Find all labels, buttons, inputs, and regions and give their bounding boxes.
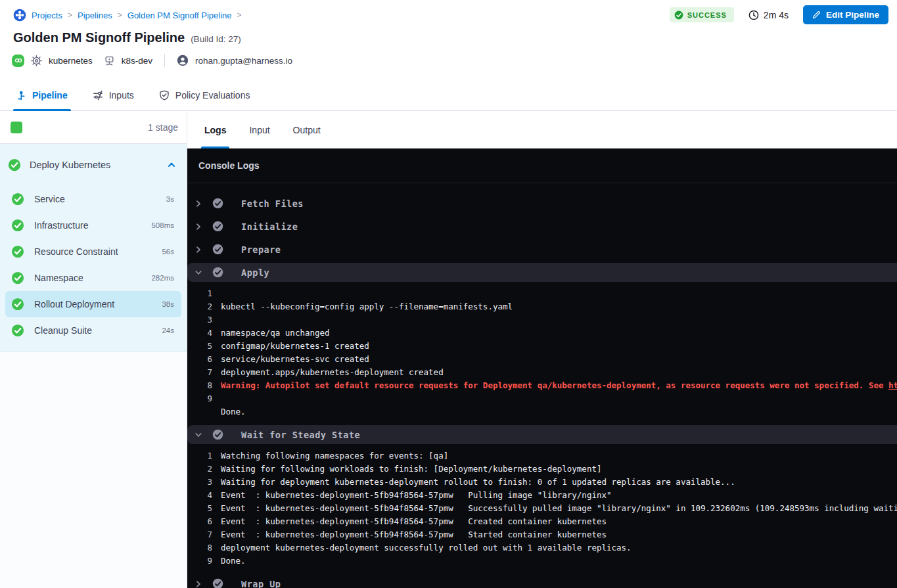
page-title: Golden PM Signoff Pipeline — [13, 30, 185, 45]
stage-step-rollout-deployment[interactable]: Rollout Deployment38s — [5, 291, 181, 317]
section-success-icon — [212, 267, 223, 278]
page-header: Projects > Pipelines > Golden PM Signoff… — [0, 0, 897, 111]
breadcrumb-projects[interactable]: Projects — [32, 11, 62, 20]
log-line: 3 — [187, 313, 897, 327]
log-line-text: Event : kubernetes-deployment-5fb94f8564… — [221, 528, 607, 541]
log-line: 8Warning: Autopilot set default resource… — [187, 379, 897, 392]
section-success-icon — [212, 429, 223, 440]
step-success-icon — [11, 219, 24, 232]
chevron-right-icon — [195, 580, 202, 588]
chevron-right-icon — [195, 200, 202, 208]
breadcrumb-pipeline-name[interactable]: Golden PM Signoff Pipeline — [127, 11, 232, 20]
tab-policy-evaluations[interactable]: Policy Evaluations — [159, 90, 250, 110]
main-tabbar: Pipeline Inputs Policy Evaluations — [0, 90, 250, 110]
stage-header-deploy-kubernetes[interactable]: Deploy Kubernetes — [0, 144, 187, 186]
chevron-right-icon — [195, 223, 202, 231]
log-section-fetch-files[interactable]: Fetch Files — [187, 192, 897, 215]
stage-step-resource-constraint[interactable]: Resource Constraint56s — [5, 238, 181, 265]
stage-step-cleanup-suite[interactable]: Cleanup Suite24s — [5, 317, 181, 344]
breadcrumb-separator: > — [68, 11, 72, 20]
tab-label: Output — [293, 125, 321, 135]
chevron-down-icon — [195, 269, 202, 277]
log-line: 9 — [187, 392, 897, 405]
log-line-text: Done. — [221, 405, 246, 418]
stage-step-infrastructure[interactable]: Infrastructure508ms — [5, 212, 181, 238]
log-line-number: 9 — [187, 392, 212, 405]
log-link[interactable]: http://g — [888, 379, 897, 392]
status-badge: SUCCESS — [670, 7, 734, 22]
elapsed-time-value: 2m 4s — [764, 10, 789, 20]
step-label: Namespace — [34, 273, 141, 283]
breadcrumb-pipelines[interactable]: Pipelines — [78, 11, 112, 20]
log-line: 4namespace/qa unchanged — [187, 327, 897, 340]
log-section-title: Wrap Up — [241, 579, 281, 588]
stage-panel-filler — [0, 352, 187, 588]
inputs-icon — [93, 90, 103, 101]
log-line-number: 4 — [187, 489, 212, 502]
step-success-icon — [11, 298, 24, 311]
section-success-icon — [212, 244, 223, 255]
tab-input[interactable]: Input — [249, 111, 269, 148]
step-label: Infrastructure — [34, 220, 141, 231]
chevron-down-icon — [195, 431, 202, 439]
console-title: Console Logs — [198, 160, 260, 171]
tab-pipeline[interactable]: Pipeline — [16, 90, 68, 110]
log-line-text: configmap/kubernetes-1 created — [221, 340, 369, 353]
pencil-icon — [812, 11, 821, 19]
step-label: Service — [34, 194, 156, 204]
cd-module-icon — [12, 55, 24, 67]
log-line-text: deployment.apps/kubernetes-deployment cr… — [221, 366, 444, 379]
log-section-prepare[interactable]: Prepare — [187, 238, 897, 261]
log-section-initialize[interactable]: Initialize — [187, 215, 897, 238]
log-section-wrap-up[interactable]: Wrap Up — [187, 572, 897, 588]
stage-step-namespace[interactable]: Namespace282ms — [5, 265, 181, 291]
log-line: 2Waiting for following workloads to fini… — [187, 463, 897, 476]
log-line-number: 4 — [187, 327, 212, 340]
log-line-text: kubectl --kubeconfig=config apply --file… — [221, 300, 513, 313]
service-name[interactable]: kubernetes — [49, 56, 93, 66]
status-label: SUCCESS — [687, 11, 727, 19]
section-success-icon — [212, 221, 223, 232]
stage-status-square — [11, 122, 22, 133]
log-line-number: 5 — [187, 502, 212, 515]
log-line: 8deployment kubernetes-deployment succes… — [187, 541, 897, 554]
stage-count-row: 1 stage — [0, 111, 187, 144]
tab-output[interactable]: Output — [293, 111, 321, 148]
log-line: 9Done. — [187, 554, 897, 568]
log-line-text: Event : kubernetes-deployment-5fb94f8564… — [221, 515, 607, 528]
log-line-text: Waiting for deployment kubernetes-deploy… — [221, 476, 735, 489]
section-success-icon — [212, 578, 223, 588]
log-line-number: 2 — [187, 300, 212, 313]
stage-step-service[interactable]: Service3s — [5, 186, 181, 212]
log-line: 1Watching following namespaces for event… — [187, 449, 897, 463]
clock-icon — [748, 10, 759, 20]
log-line-text: Warning: Autopilot set default resource … — [221, 379, 888, 392]
elapsed-time: 2m 4s — [748, 10, 789, 20]
log-section-wait-for-steady-state[interactable]: Wait for Steady State — [187, 425, 897, 444]
log-line-text: namespace/qa unchanged — [221, 327, 330, 340]
log-section-title: Initialize — [241, 221, 298, 232]
log-line: 7deployment.apps/kubernetes-deployment c… — [187, 366, 897, 379]
tab-inputs[interactable]: Inputs — [93, 90, 134, 110]
step-success-icon — [11, 324, 24, 337]
edit-pipeline-button[interactable]: Edit Pipeline — [803, 5, 888, 24]
console-sections: Fetch FilesInitializePrepareApply12kubec… — [187, 183, 897, 588]
breadcrumb-separator: > — [118, 11, 122, 20]
stage-block: Deploy Kubernetes Service3sInfrastructur… — [0, 144, 187, 352]
tab-logs[interactable]: Logs — [204, 111, 226, 148]
log-section-apply[interactable]: Apply — [187, 263, 897, 282]
step-duration: 24s — [162, 327, 174, 334]
log-line: 2kubectl --kubeconfig=config apply --fil… — [187, 300, 897, 313]
execution-controls: SUCCESS 2m 4s Edit Pipeline — [670, 5, 888, 24]
environment-name[interactable]: k8s-dev — [122, 56, 152, 66]
step-duration: 508ms — [151, 221, 174, 229]
stage-count-label: 1 stage — [148, 122, 178, 133]
step-duration: 38s — [162, 300, 174, 308]
tab-label: Pipeline — [32, 90, 68, 101]
log-line: 5Event : kubernetes-deployment-5fb94f856… — [187, 502, 897, 515]
chevron-up-icon[interactable] — [167, 160, 176, 170]
console-header: Console Logs — [187, 148, 897, 183]
log-line-number: 9 — [187, 554, 212, 568]
step-duration: 282ms — [151, 274, 174, 282]
triggered-by-user[interactable]: rohan.gupta@harness.io — [195, 56, 292, 66]
